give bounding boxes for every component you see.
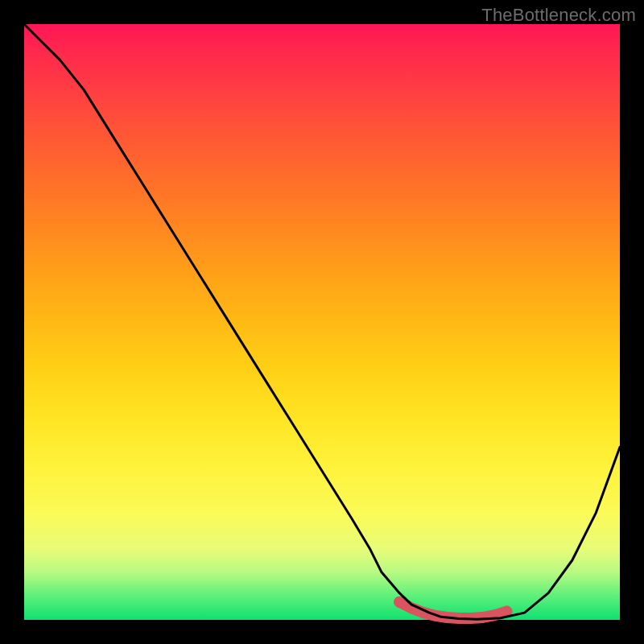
plot-area <box>24 24 620 620</box>
valley-marker <box>399 602 506 618</box>
bottleneck-curve <box>24 24 620 619</box>
chart-frame: TheBottleneck.com <box>0 0 644 644</box>
curve-svg <box>24 24 620 620</box>
watermark-text: TheBottleneck.com <box>481 5 636 26</box>
